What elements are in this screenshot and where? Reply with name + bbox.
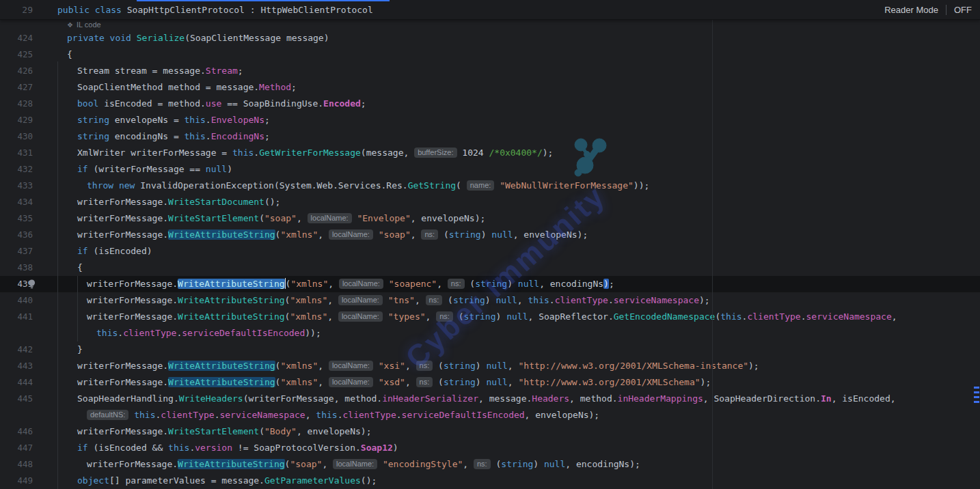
code-line-text[interactable]: Stream stream = message.Stream;: [53, 63, 980, 79]
code-line-text[interactable]: writerForMessage.WriteStartElement("Body…: [53, 423, 980, 440]
code-line[interactable]: 432if (writerForMessage == null): [0, 161, 980, 178]
code-line[interactable]: 437if (isEncoded): [0, 243, 980, 260]
line-number[interactable]: 424: [0, 30, 53, 46]
line-number[interactable]: 427: [0, 79, 53, 96]
line-number[interactable]: 446: [0, 423, 53, 440]
line-number[interactable]: 441: [0, 309, 53, 325]
code-line[interactable]: 442}: [0, 341, 980, 358]
code-line-text[interactable]: }: [53, 341, 980, 358]
line-number[interactable]: 438: [0, 260, 53, 276]
code-line[interactable]: 424private void Serialize(SoapClientMess…: [0, 30, 980, 46]
code-line[interactable]: 429string envelopeNs = this.EnvelopeNs;: [0, 112, 980, 128]
line-number[interactable]: 439: [0, 276, 53, 292]
code-token: ,: [508, 361, 519, 371]
code-line-text[interactable]: defaultNS: this.clientType.serviceNamesp…: [53, 407, 980, 423]
reader-mode-label[interactable]: Reader Mode: [884, 5, 938, 15]
line-number[interactable]: 428: [0, 96, 53, 112]
line-number[interactable]: 429: [0, 112, 53, 128]
line-number[interactable]: 447: [0, 440, 53, 456]
line-number[interactable]: 445: [0, 391, 53, 407]
code-token: version: [195, 443, 232, 453]
code-token: "xsi": [379, 361, 405, 371]
line-number[interactable]: 443: [0, 358, 53, 374]
line-number[interactable]: 442: [0, 341, 53, 358]
scrollbar-usage-mark[interactable]: [974, 401, 979, 403]
line-number[interactable]: 431: [0, 145, 53, 161]
code-token: ns:: [421, 229, 438, 240]
line-number[interactable]: 436: [0, 227, 53, 243]
code-line[interactable]: 439writerForMessage.WriteAttributeString…: [0, 276, 980, 292]
line-number[interactable]: 426: [0, 63, 53, 79]
code-line-text[interactable]: string envelopeNs = this.EnvelopeNs;: [53, 112, 980, 128]
code-line-text[interactable]: writerForMessage.WriteAttributeString("x…: [53, 358, 980, 374]
code-line-text[interactable]: if (writerForMessage == null): [53, 161, 980, 178]
code-line-text[interactable]: bool isEncoded = method.use == SoapBindi…: [53, 96, 980, 112]
code-line-text[interactable]: private void Serialize(SoapClientMessage…: [53, 30, 980, 46]
code-line[interactable]: 443writerForMessage.WriteAttributeString…: [0, 358, 980, 374]
line-number[interactable]: 433: [0, 178, 53, 194]
line-number[interactable]: 449: [0, 473, 53, 489]
line-number[interactable]: [0, 407, 53, 423]
code-line[interactable]: 438{: [0, 260, 980, 276]
code-line-text[interactable]: XmlWriter writerForMessage = this.GetWri…: [53, 145, 980, 161]
code-line-text[interactable]: writerForMessage.WriteAttributeString("x…: [53, 292, 980, 309]
code-line-text[interactable]: {: [53, 260, 980, 276]
intention-lightbulb-icon[interactable]: [27, 279, 36, 290]
line-number[interactable]: 440: [0, 292, 53, 309]
code-line-text[interactable]: if (isEncoded && this.version != SoapPro…: [53, 440, 980, 456]
code-line[interactable]: 436writerForMessage.WriteAttributeString…: [0, 227, 980, 243]
code-line-text[interactable]: {: [53, 46, 980, 63]
code-line[interactable]: 427SoapClientMethod method = message.Met…: [0, 79, 980, 96]
scrollbar-usage-mark[interactable]: [974, 391, 979, 393]
code-line[interactable]: 449object[] parameterValues = message.Ge…: [0, 473, 980, 489]
code-line-text[interactable]: writerForMessage.WriteAttributeString("s…: [53, 456, 980, 473]
line-number[interactable]: [0, 325, 53, 341]
code-line-text[interactable]: writerForMessage.WriteAttributeString("x…: [53, 309, 980, 325]
line-number[interactable]: 434: [0, 194, 53, 210]
code-line[interactable]: defaultNS: this.clientType.serviceNamesp…: [0, 407, 980, 423]
code-line-text[interactable]: writerForMessage.WriteStartElement("soap…: [53, 210, 980, 227]
code-line[interactable]: 448writerForMessage.WriteAttributeString…: [0, 456, 980, 473]
code-line[interactable]: 445SoapHeaderHandling.WriteHeaders(write…: [0, 391, 980, 407]
line-number[interactable]: 425: [0, 46, 53, 63]
code-editor-area[interactable]: 424private void Serialize(SoapClientMess…: [0, 30, 980, 489]
code-line-text[interactable]: writerForMessage.WriteAttributeString("x…: [53, 227, 980, 243]
line-number[interactable]: 437: [0, 243, 53, 260]
line-number[interactable]: 444: [0, 374, 53, 391]
code-line-text[interactable]: writerForMessage.WriteStartDocument();: [53, 194, 980, 210]
code-token: .: [206, 115, 211, 125]
line-number[interactable]: 448: [0, 456, 53, 473]
reader-mode-toggle[interactable]: OFF: [954, 5, 972, 15]
code-line[interactable]: 434writerForMessage.WriteStartDocument()…: [0, 194, 980, 210]
code-line-text[interactable]: this.clientType.serviceDefaultIsEncoded)…: [53, 325, 980, 341]
code-line[interactable]: 426Stream stream = message.Stream;: [0, 63, 980, 79]
code-line[interactable]: 430string encodingNs = this.EncodingNs;: [0, 128, 980, 145]
code-line[interactable]: 440writerForMessage.WriteAttributeString…: [0, 292, 980, 309]
code-line[interactable]: 433throw new InvalidOperationException(S…: [0, 178, 980, 194]
sticky-line-number[interactable]: 29: [0, 5, 53, 15]
code-line[interactable]: 447if (isEncoded && this.version != Soap…: [0, 440, 980, 456]
code-line-text[interactable]: string encodingNs = this.EncodingNs;: [53, 128, 980, 145]
line-number[interactable]: 435: [0, 210, 53, 227]
scrollbar-usage-mark[interactable]: [974, 387, 979, 389]
code-line-text[interactable]: writerForMessage.WriteAttributeString("x…: [53, 276, 980, 292]
code-line[interactable]: this.clientType.serviceDefaultIsEncoded)…: [0, 325, 980, 341]
code-line-text[interactable]: throw new InvalidOperationException(Syst…: [53, 178, 980, 194]
scrollbar-usage-mark[interactable]: [974, 396, 979, 398]
line-number[interactable]: 430: [0, 128, 53, 145]
line-number[interactable]: 432: [0, 161, 53, 178]
code-line-text[interactable]: object[] parameterValues = message.GetPa…: [53, 473, 980, 489]
code-line-text[interactable]: if (isEncoded): [53, 243, 980, 260]
code-line[interactable]: 428bool isEncoded = method.use == SoapBi…: [0, 96, 980, 112]
il-code-lens[interactable]: ❖ IL code: [0, 19, 101, 30]
sticky-class-declaration[interactable]: public class SoapHttpClientProtocol : Ht…: [53, 5, 373, 15]
code-line[interactable]: 446writerForMessage.WriteStartElement("B…: [0, 423, 980, 440]
code-line[interactable]: 435writerForMessage.WriteStartElement("s…: [0, 210, 980, 227]
code-line-text[interactable]: SoapClientMethod method = message.Method…: [53, 79, 980, 96]
code-line[interactable]: 444writerForMessage.WriteAttributeString…: [0, 374, 980, 391]
code-line[interactable]: 425{: [0, 46, 980, 63]
code-line-text[interactable]: SoapHeaderHandling.WriteHeaders(writerFo…: [53, 391, 980, 407]
code-line[interactable]: 441writerForMessage.WriteAttributeString…: [0, 309, 980, 325]
code-line[interactable]: 431XmlWriter writerForMessage = this.Get…: [0, 145, 980, 161]
code-line-text[interactable]: writerForMessage.WriteAttributeString("x…: [53, 374, 980, 391]
